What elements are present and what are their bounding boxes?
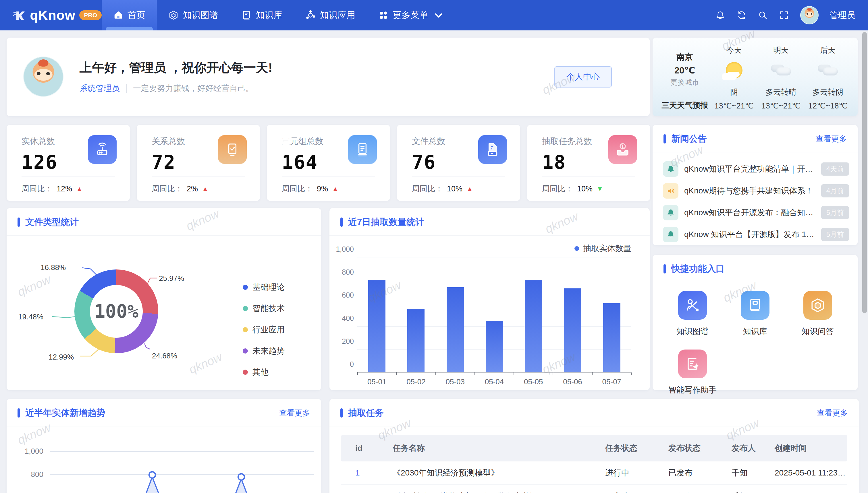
divider bbox=[282, 176, 375, 176]
graph-icon bbox=[168, 10, 179, 20]
user-name[interactable]: 管理员 bbox=[829, 9, 855, 21]
extraction-tasks-panel: 抽取任务 查看更多 id 任务名称 任务状态 发布状态 发布人 创建时间 1 《… bbox=[329, 399, 859, 493]
nav-label: 首页 bbox=[127, 9, 145, 21]
greeting-avatar bbox=[23, 57, 63, 97]
legend-item[interactable]: 其他 bbox=[243, 367, 285, 378]
tablet-check-icon bbox=[218, 135, 247, 164]
nav-item-knowledge-apps[interactable]: 知识应用 bbox=[294, 0, 367, 30]
nav-item-more-menu[interactable]: 更多菜单 bbox=[367, 0, 455, 30]
news-item[interactable]: qKnow知识平台开源发布：融合知识图... 5月前 bbox=[663, 202, 849, 223]
news-list: qKnow知识平台完整功能清单｜开源版 v... 4天前 qKnow期待与您携手… bbox=[653, 152, 857, 245]
trend-chart: 1,000 800 bbox=[6, 433, 321, 493]
callout-label: 25.97% bbox=[159, 274, 184, 283]
news-title: 新闻公告 bbox=[671, 133, 707, 145]
donut-legend: 基础理论 智能技术 行业应用 未来趋势 其他 bbox=[243, 282, 285, 378]
quick-entry-knowledge-graph[interactable]: 知识图谱 bbox=[661, 291, 724, 337]
legend-dot bbox=[243, 285, 248, 290]
divider bbox=[126, 84, 127, 93]
weather-day-today: 今天 阴 13℃~21℃ bbox=[710, 45, 758, 110]
user-avatar[interactable] bbox=[800, 6, 819, 24]
grid-menu-icon bbox=[378, 10, 389, 20]
task-id-link[interactable]: 1 bbox=[341, 468, 378, 477]
tasks-title: 抽取任务 bbox=[348, 407, 384, 419]
app-logo[interactable]: qKnow PRO bbox=[0, 6, 102, 24]
bar[interactable] bbox=[368, 280, 386, 372]
trend-up-icon: ▲ bbox=[202, 185, 208, 193]
topbar-actions: 管理员 bbox=[715, 6, 868, 24]
divider bbox=[542, 176, 635, 176]
stat-card-files: 文件总数 76 周同比：10%▲ bbox=[397, 125, 520, 201]
change-city-link[interactable]: 更换城市 bbox=[670, 78, 699, 87]
publish-status: 已发布 bbox=[654, 468, 717, 478]
news-item[interactable]: qKnow知识平台完整功能清单｜开源版 v... 4天前 bbox=[663, 158, 849, 180]
legend-dot bbox=[243, 327, 248, 332]
quick-entry-writing-assistant[interactable]: 智能写作助手 bbox=[661, 349, 724, 395]
share-network-icon bbox=[305, 10, 316, 20]
quick-entries-panel: 快捷功能入口 知识图谱 知识库 知识问答 bbox=[653, 255, 857, 390]
nav-item-knowledge-graph[interactable]: 知识图谱 bbox=[157, 0, 230, 30]
legend-item[interactable]: 行业应用 bbox=[243, 324, 285, 335]
title-bar bbox=[663, 134, 666, 144]
bar[interactable] bbox=[525, 280, 542, 372]
quick-entry-knowledge-qa[interactable]: 知识问答 bbox=[786, 291, 849, 337]
weather-summary: 南京 20℃ 更换城市 三天天气预报 bbox=[659, 45, 710, 110]
time-badge: 4月前 bbox=[821, 184, 849, 197]
main-nav: 首页 知识图谱 知识库 知识应用 更多菜单 bbox=[102, 0, 455, 30]
notification-bell-icon[interactable] bbox=[715, 10, 725, 20]
divider bbox=[22, 176, 115, 176]
callout-label: 12.99% bbox=[48, 353, 74, 362]
legend-item[interactable]: 基础理论 bbox=[243, 282, 285, 293]
trend-up-icon: ▲ bbox=[76, 185, 83, 193]
trend-view-more-link[interactable]: 查看更多 bbox=[279, 408, 310, 418]
quick-entry-knowledge-base[interactable]: 知识库 bbox=[724, 291, 786, 337]
task-name: 《2030年知识经济预测模型》 bbox=[378, 468, 591, 478]
legend-item[interactable]: 未来趋势 bbox=[243, 345, 285, 357]
divider bbox=[412, 176, 505, 176]
time-badge: 4天前 bbox=[821, 163, 849, 176]
task-status: 进行中 bbox=[591, 468, 654, 478]
title-bar bbox=[18, 217, 20, 227]
weather-current-temp: 20℃ bbox=[675, 65, 695, 76]
writing-assistant-icon bbox=[678, 349, 707, 378]
title-bar bbox=[18, 408, 20, 417]
search-icon[interactable] bbox=[758, 10, 768, 20]
profile-center-button[interactable]: 个人中心 bbox=[554, 66, 612, 87]
role-link[interactable]: 系统管理员 bbox=[80, 83, 120, 94]
news-item[interactable]: qKnow期待与您携手共建知识体系！ 4月前 bbox=[663, 180, 849, 202]
bar[interactable] bbox=[564, 288, 581, 372]
table-row[interactable]: 1 《2030年知识经济预测模型》 进行中 已发布 千知 2025-05-01 … bbox=[341, 462, 847, 485]
bar[interactable] bbox=[407, 309, 425, 372]
chevron-down-icon bbox=[433, 10, 444, 20]
logo-text: qKnow bbox=[30, 7, 75, 23]
table-row[interactable]: 2 《金融知识图谱构建与风险预警白皮书》 已完成 已发布 千知 2025-05-… bbox=[341, 485, 847, 493]
create-time: 2025-05-01 11:23:43 bbox=[760, 468, 846, 477]
bar[interactable] bbox=[603, 303, 620, 372]
bar[interactable] bbox=[447, 287, 464, 372]
legend-dot bbox=[243, 306, 248, 311]
news-item[interactable]: qKnow 知识平台【开源版】发布 1.0.0 ... 5月前 bbox=[663, 223, 849, 245]
task-id-link[interactable]: 2 bbox=[341, 492, 378, 493]
nav-item-knowledge-base[interactable]: 知识库 bbox=[230, 0, 294, 30]
home-icon bbox=[113, 10, 124, 20]
top-navigation-bar: qKnow PRO 首页 知识图谱 知识库 知识应用 更多菜单 bbox=[0, 0, 868, 30]
stat-card-relations: 关系总数 72 周同比：2%▲ bbox=[137, 125, 260, 201]
divider bbox=[152, 176, 245, 176]
bar-chart-title: 近7日抽取数量统计 bbox=[348, 216, 424, 228]
legend-item[interactable]: 智能技术 bbox=[243, 303, 285, 314]
dashboard-page: qKnow PRO 首页 知识图谱 知识库 知识应用 更多菜单 bbox=[0, 0, 868, 493]
publisher: 千知 bbox=[717, 468, 760, 478]
refresh-icon[interactable] bbox=[737, 10, 747, 20]
fullscreen-icon[interactable] bbox=[779, 10, 789, 20]
legend-dot bbox=[575, 246, 579, 251]
bars bbox=[357, 257, 631, 372]
news-view-more-link[interactable]: 查看更多 bbox=[816, 134, 847, 144]
nav-item-home[interactable]: 首页 bbox=[102, 0, 157, 30]
title-bar bbox=[340, 408, 343, 417]
page-scrollbar[interactable] bbox=[862, 32, 867, 313]
bar-chart-legend[interactable]: 抽取实体数量 bbox=[575, 243, 631, 254]
document-list-icon bbox=[348, 135, 377, 164]
trend-down-icon: ▼ bbox=[597, 185, 603, 193]
tasks-view-more-link[interactable]: 查看更多 bbox=[817, 408, 848, 418]
logo-k-icon bbox=[13, 6, 26, 24]
bar[interactable] bbox=[486, 321, 503, 372]
